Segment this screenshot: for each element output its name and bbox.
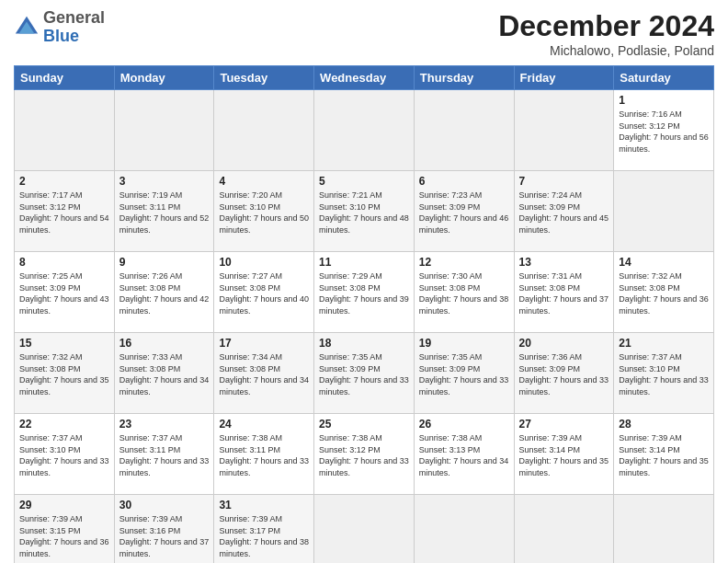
calendar-cell: 24Sunrise: 7:38 AMSunset: 3:11 PMDayligh…	[214, 414, 314, 495]
day-number: 24	[219, 418, 309, 431]
day-info: Sunrise: 7:35 AMSunset: 3:09 PMDaylight:…	[319, 351, 409, 397]
day-info: Sunrise: 7:27 AMSunset: 3:08 PMDaylight:…	[219, 270, 309, 316]
calendar-cell: 23Sunrise: 7:37 AMSunset: 3:11 PMDayligh…	[114, 414, 214, 495]
day-info: Sunrise: 7:30 AMSunset: 3:08 PMDaylight:…	[419, 270, 509, 316]
calendar-table: Sunday Monday Tuesday Wednesday Thursday…	[14, 65, 714, 563]
col-sunday: Sunday	[15, 66, 115, 90]
day-info: Sunrise: 7:39 AMSunset: 3:14 PMDaylight:…	[619, 432, 709, 478]
calendar-week-1: 1Sunrise: 7:16 AMSunset: 3:12 PMDaylight…	[15, 90, 714, 171]
calendar-cell: 6Sunrise: 7:23 AMSunset: 3:09 PMDaylight…	[414, 171, 514, 252]
day-number: 21	[619, 337, 709, 350]
day-number: 1	[619, 94, 709, 107]
day-number: 18	[319, 337, 409, 350]
day-number: 19	[419, 337, 509, 350]
day-number: 8	[19, 256, 109, 269]
day-number: 2	[19, 175, 109, 188]
logo-text: General Blue	[43, 9, 105, 46]
day-info: Sunrise: 7:37 AMSunset: 3:10 PMDaylight:…	[619, 351, 709, 397]
day-number: 12	[419, 256, 509, 269]
day-number: 22	[19, 418, 109, 431]
day-info: Sunrise: 7:38 AMSunset: 3:13 PMDaylight:…	[419, 432, 509, 478]
day-info: Sunrise: 7:21 AMSunset: 3:10 PMDaylight:…	[319, 190, 409, 236]
calendar-cell	[114, 90, 214, 171]
day-number: 27	[519, 418, 609, 431]
day-number: 23	[119, 418, 210, 431]
day-info: Sunrise: 7:24 AMSunset: 3:09 PMDaylight:…	[519, 190, 609, 236]
day-info: Sunrise: 7:26 AMSunset: 3:08 PMDaylight:…	[119, 270, 210, 316]
calendar-cell: 7Sunrise: 7:24 AMSunset: 3:09 PMDaylight…	[514, 171, 614, 252]
calendar-cell: 8Sunrise: 7:25 AMSunset: 3:09 PMDaylight…	[15, 252, 115, 333]
day-info: Sunrise: 7:36 AMSunset: 3:09 PMDaylight:…	[519, 351, 609, 397]
day-number: 3	[119, 175, 210, 188]
calendar-cell: 2Sunrise: 7:17 AMSunset: 3:12 PMDaylight…	[15, 171, 115, 252]
logo: General Blue	[14, 9, 105, 46]
calendar-week-6: 29Sunrise: 7:39 AMSunset: 3:15 PMDayligh…	[15, 495, 714, 564]
day-number: 6	[419, 175, 509, 188]
calendar-header-row: Sunday Monday Tuesday Wednesday Thursday…	[15, 66, 714, 90]
calendar-cell: 18Sunrise: 7:35 AMSunset: 3:09 PMDayligh…	[314, 333, 415, 414]
col-thursday: Thursday	[414, 66, 514, 90]
calendar-cell	[514, 90, 614, 171]
calendar-subtitle: Michalowo, Podlasie, Poland	[498, 43, 714, 58]
day-number: 31	[219, 499, 309, 511]
day-info: Sunrise: 7:34 AMSunset: 3:08 PMDaylight:…	[219, 351, 309, 397]
day-number: 17	[219, 337, 309, 350]
calendar-cell	[15, 90, 115, 171]
day-info: Sunrise: 7:16 AMSunset: 3:12 PMDaylight:…	[619, 109, 709, 155]
day-number: 20	[519, 337, 609, 350]
day-info: Sunrise: 7:39 AMSunset: 3:14 PMDaylight:…	[519, 432, 609, 478]
day-number: 15	[19, 337, 109, 350]
day-info: Sunrise: 7:35 AMSunset: 3:09 PMDaylight:…	[419, 351, 509, 397]
calendar-cell: 27Sunrise: 7:39 AMSunset: 3:14 PMDayligh…	[514, 414, 614, 495]
day-info: Sunrise: 7:32 AMSunset: 3:08 PMDaylight:…	[19, 351, 109, 397]
calendar-cell	[214, 90, 314, 171]
day-info: Sunrise: 7:29 AMSunset: 3:08 PMDaylight:…	[319, 270, 409, 316]
calendar-cell: 25Sunrise: 7:38 AMSunset: 3:12 PMDayligh…	[314, 414, 415, 495]
day-info: Sunrise: 7:38 AMSunset: 3:12 PMDaylight:…	[319, 432, 409, 478]
calendar-page: General Blue December 2024 Michalowo, Po…	[0, 0, 728, 563]
calendar-cell: 9Sunrise: 7:26 AMSunset: 3:08 PMDaylight…	[114, 252, 214, 333]
col-wednesday: Wednesday	[314, 66, 415, 90]
day-number: 9	[119, 256, 210, 269]
calendar-cell: 4Sunrise: 7:20 AMSunset: 3:10 PMDaylight…	[214, 171, 314, 252]
calendar-cell	[314, 495, 415, 564]
day-info: Sunrise: 7:19 AMSunset: 3:11 PMDaylight:…	[119, 190, 210, 236]
day-number: 30	[119, 499, 210, 511]
calendar-cell	[614, 495, 714, 564]
logo-icon	[14, 15, 40, 40]
calendar-cell: 31Sunrise: 7:39 AMSunset: 3:17 PMDayligh…	[214, 495, 314, 564]
calendar-cell	[514, 495, 614, 564]
day-number: 14	[619, 256, 709, 269]
calendar-week-4: 15Sunrise: 7:32 AMSunset: 3:08 PMDayligh…	[15, 333, 714, 414]
calendar-cell: 10Sunrise: 7:27 AMSunset: 3:08 PMDayligh…	[214, 252, 314, 333]
day-info: Sunrise: 7:23 AMSunset: 3:09 PMDaylight:…	[419, 190, 509, 236]
day-info: Sunrise: 7:31 AMSunset: 3:08 PMDaylight:…	[519, 270, 609, 316]
day-info: Sunrise: 7:25 AMSunset: 3:09 PMDaylight:…	[19, 270, 109, 316]
calendar-cell: 14Sunrise: 7:32 AMSunset: 3:08 PMDayligh…	[614, 252, 714, 333]
title-block: December 2024 Michalowo, Podlasie, Polan…	[498, 9, 714, 58]
day-info: Sunrise: 7:20 AMSunset: 3:10 PMDaylight:…	[219, 190, 309, 236]
col-monday: Monday	[114, 66, 214, 90]
calendar-title: December 2024	[498, 9, 714, 43]
calendar-cell: 19Sunrise: 7:35 AMSunset: 3:09 PMDayligh…	[414, 333, 514, 414]
logo-blue: Blue	[43, 28, 105, 46]
day-number: 7	[519, 175, 609, 188]
col-saturday: Saturday	[614, 66, 714, 90]
logo-general: General	[43, 9, 105, 28]
day-info: Sunrise: 7:32 AMSunset: 3:08 PMDaylight:…	[619, 270, 709, 316]
day-number: 5	[319, 175, 409, 188]
calendar-cell: 26Sunrise: 7:38 AMSunset: 3:13 PMDayligh…	[414, 414, 514, 495]
calendar-week-3: 8Sunrise: 7:25 AMSunset: 3:09 PMDaylight…	[15, 252, 714, 333]
calendar-cell	[614, 171, 714, 252]
calendar-cell: 16Sunrise: 7:33 AMSunset: 3:08 PMDayligh…	[114, 333, 214, 414]
calendar-cell	[314, 90, 415, 171]
day-number: 25	[319, 418, 409, 431]
calendar-cell: 15Sunrise: 7:32 AMSunset: 3:08 PMDayligh…	[15, 333, 115, 414]
calendar-cell: 29Sunrise: 7:39 AMSunset: 3:15 PMDayligh…	[15, 495, 115, 564]
calendar-cell: 30Sunrise: 7:39 AMSunset: 3:16 PMDayligh…	[114, 495, 214, 564]
calendar-cell: 12Sunrise: 7:30 AMSunset: 3:08 PMDayligh…	[414, 252, 514, 333]
day-info: Sunrise: 7:37 AMSunset: 3:10 PMDaylight:…	[19, 432, 109, 478]
day-number: 13	[519, 256, 609, 269]
calendar-cell	[414, 90, 514, 171]
calendar-cell: 21Sunrise: 7:37 AMSunset: 3:10 PMDayligh…	[614, 333, 714, 414]
